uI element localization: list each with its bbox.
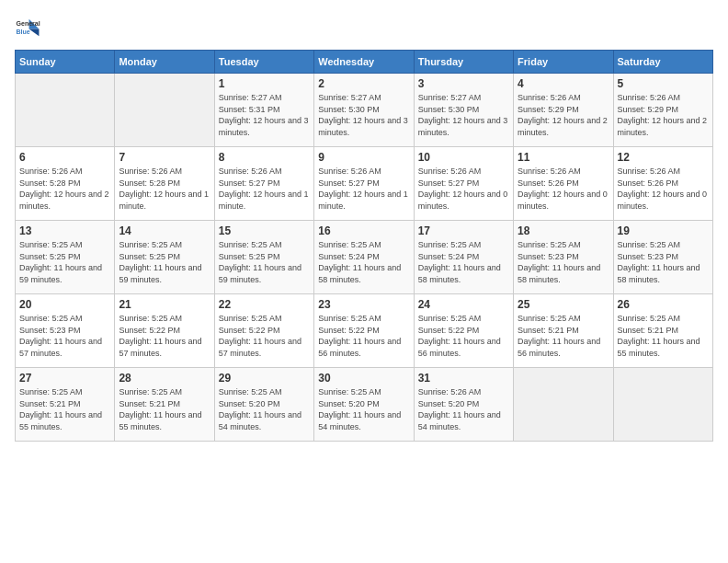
- cell-info: Sunrise: 5:25 AM Sunset: 5:23 PM Dayligh…: [618, 239, 709, 285]
- cell-date: 13: [19, 224, 110, 237]
- cell-info: Sunrise: 5:25 AM Sunset: 5:22 PM Dayligh…: [219, 313, 310, 359]
- header-cell-tuesday: Tuesday: [214, 51, 313, 74]
- calendar-cell: 18Sunrise: 5:25 AM Sunset: 5:23 PM Dayli…: [514, 221, 613, 294]
- cell-date: 24: [418, 298, 509, 311]
- calendar-body: 1Sunrise: 5:27 AM Sunset: 5:31 PM Daylig…: [16, 74, 713, 442]
- cell-date: 10: [418, 151, 509, 164]
- calendar-cell: [613, 368, 712, 442]
- calendar-cell: 12Sunrise: 5:26 AM Sunset: 5:26 PM Dayli…: [613, 147, 712, 221]
- calendar-cell: 13Sunrise: 5:25 AM Sunset: 5:25 PM Dayli…: [16, 221, 115, 294]
- cell-info: Sunrise: 5:26 AM Sunset: 5:29 PM Dayligh…: [618, 92, 709, 138]
- calendar-week-2: 6Sunrise: 5:26 AM Sunset: 5:28 PM Daylig…: [16, 147, 713, 221]
- cell-date: 18: [518, 224, 609, 237]
- calendar-cell: 26Sunrise: 5:25 AM Sunset: 5:21 PM Dayli…: [613, 294, 712, 368]
- cell-date: 5: [618, 77, 709, 90]
- cell-date: 11: [518, 151, 609, 164]
- cell-date: 27: [19, 372, 110, 385]
- cell-info: Sunrise: 5:25 AM Sunset: 5:21 PM Dayligh…: [19, 386, 110, 432]
- cell-date: 6: [19, 151, 110, 164]
- calendar-cell: 11Sunrise: 5:26 AM Sunset: 5:26 PM Dayli…: [514, 147, 613, 221]
- cell-date: 26: [618, 298, 709, 311]
- cell-date: 2: [318, 77, 409, 90]
- cell-info: Sunrise: 5:25 AM Sunset: 5:24 PM Dayligh…: [318, 239, 409, 285]
- cell-date: 8: [219, 151, 310, 164]
- calendar-cell: 6Sunrise: 5:26 AM Sunset: 5:28 PM Daylig…: [16, 147, 115, 221]
- svg-text:General: General: [17, 20, 40, 27]
- calendar-cell: 22Sunrise: 5:25 AM Sunset: 5:22 PM Dayli…: [214, 294, 313, 368]
- cell-date: 20: [19, 298, 110, 311]
- cell-info: Sunrise: 5:26 AM Sunset: 5:20 PM Dayligh…: [418, 386, 509, 432]
- cell-date: 15: [219, 224, 310, 237]
- cell-date: 3: [418, 77, 509, 90]
- calendar-cell: [115, 74, 214, 147]
- cell-info: Sunrise: 5:25 AM Sunset: 5:21 PM Dayligh…: [518, 313, 609, 359]
- calendar-cell: 10Sunrise: 5:26 AM Sunset: 5:27 PM Dayli…: [414, 147, 513, 221]
- cell-date: 28: [119, 372, 210, 385]
- cell-info: Sunrise: 5:26 AM Sunset: 5:28 PM Dayligh…: [119, 166, 210, 212]
- cell-date: 31: [418, 372, 509, 385]
- cell-info: Sunrise: 5:25 AM Sunset: 5:20 PM Dayligh…: [219, 386, 310, 432]
- cell-date: 4: [518, 77, 609, 90]
- cell-date: 9: [318, 151, 409, 164]
- cell-info: Sunrise: 5:25 AM Sunset: 5:23 PM Dayligh…: [19, 313, 110, 359]
- header-cell-friday: Friday: [514, 51, 613, 74]
- cell-info: Sunrise: 5:25 AM Sunset: 5:21 PM Dayligh…: [119, 386, 210, 432]
- calendar-week-3: 13Sunrise: 5:25 AM Sunset: 5:25 PM Dayli…: [16, 221, 713, 294]
- logo-icon: General Blue: [15, 15, 40, 40]
- calendar-cell: [16, 74, 115, 147]
- calendar-table: SundayMondayTuesdayWednesdayThursdayFrid…: [15, 50, 713, 442]
- header-cell-monday: Monday: [115, 51, 214, 74]
- cell-info: Sunrise: 5:26 AM Sunset: 5:26 PM Dayligh…: [518, 166, 609, 212]
- cell-date: 19: [618, 224, 709, 237]
- calendar-cell: 4Sunrise: 5:26 AM Sunset: 5:29 PM Daylig…: [514, 74, 613, 147]
- cell-info: Sunrise: 5:26 AM Sunset: 5:28 PM Dayligh…: [19, 166, 110, 212]
- cell-date: 16: [318, 224, 409, 237]
- header-row: SundayMondayTuesdayWednesdayThursdayFrid…: [16, 51, 713, 74]
- calendar-cell: 8Sunrise: 5:26 AM Sunset: 5:27 PM Daylig…: [214, 147, 313, 221]
- calendar-cell: 16Sunrise: 5:25 AM Sunset: 5:24 PM Dayli…: [314, 221, 414, 294]
- calendar-cell: 3Sunrise: 5:27 AM Sunset: 5:30 PM Daylig…: [414, 74, 513, 147]
- logo: General Blue: [15, 15, 40, 40]
- calendar-cell: 23Sunrise: 5:25 AM Sunset: 5:22 PM Dayli…: [314, 294, 414, 368]
- cell-date: 30: [318, 372, 409, 385]
- calendar-cell: 25Sunrise: 5:25 AM Sunset: 5:21 PM Dayli…: [514, 294, 613, 368]
- header-cell-thursday: Thursday: [414, 51, 513, 74]
- cell-date: 29: [219, 372, 310, 385]
- calendar-cell: 24Sunrise: 5:25 AM Sunset: 5:22 PM Dayli…: [414, 294, 513, 368]
- calendar-cell: 2Sunrise: 5:27 AM Sunset: 5:30 PM Daylig…: [314, 74, 414, 147]
- cell-date: 1: [219, 77, 310, 90]
- cell-info: Sunrise: 5:26 AM Sunset: 5:26 PM Dayligh…: [618, 166, 709, 212]
- calendar-cell: 28Sunrise: 5:25 AM Sunset: 5:21 PM Dayli…: [115, 368, 214, 442]
- cell-info: Sunrise: 5:27 AM Sunset: 5:30 PM Dayligh…: [318, 92, 409, 138]
- calendar-cell: 1Sunrise: 5:27 AM Sunset: 5:31 PM Daylig…: [214, 74, 313, 147]
- header: General Blue: [15, 15, 713, 40]
- calendar-cell: 27Sunrise: 5:25 AM Sunset: 5:21 PM Dayli…: [16, 368, 115, 442]
- calendar-week-4: 20Sunrise: 5:25 AM Sunset: 5:23 PM Dayli…: [16, 294, 713, 368]
- calendar-cell: 14Sunrise: 5:25 AM Sunset: 5:25 PM Dayli…: [115, 221, 214, 294]
- cell-info: Sunrise: 5:25 AM Sunset: 5:21 PM Dayligh…: [618, 313, 709, 359]
- calendar-cell: 20Sunrise: 5:25 AM Sunset: 5:23 PM Dayli…: [16, 294, 115, 368]
- header-cell-wednesday: Wednesday: [314, 51, 414, 74]
- header-cell-sunday: Sunday: [16, 51, 115, 74]
- cell-info: Sunrise: 5:25 AM Sunset: 5:22 PM Dayligh…: [119, 313, 210, 359]
- calendar-cell: 29Sunrise: 5:25 AM Sunset: 5:20 PM Dayli…: [214, 368, 313, 442]
- cell-info: Sunrise: 5:26 AM Sunset: 5:27 PM Dayligh…: [219, 166, 310, 212]
- calendar-week-1: 1Sunrise: 5:27 AM Sunset: 5:31 PM Daylig…: [16, 74, 713, 147]
- cell-date: 14: [119, 224, 210, 237]
- cell-info: Sunrise: 5:25 AM Sunset: 5:23 PM Dayligh…: [518, 239, 609, 285]
- svg-text:Blue: Blue: [17, 29, 30, 35]
- calendar-cell: 30Sunrise: 5:25 AM Sunset: 5:20 PM Dayli…: [314, 368, 414, 442]
- calendar-cell: 15Sunrise: 5:25 AM Sunset: 5:25 PM Dayli…: [214, 221, 313, 294]
- header-cell-saturday: Saturday: [613, 51, 712, 74]
- cell-info: Sunrise: 5:25 AM Sunset: 5:25 PM Dayligh…: [19, 239, 110, 285]
- cell-info: Sunrise: 5:25 AM Sunset: 5:25 PM Dayligh…: [219, 239, 310, 285]
- calendar-cell: 21Sunrise: 5:25 AM Sunset: 5:22 PM Dayli…: [115, 294, 214, 368]
- calendar-cell: 31Sunrise: 5:26 AM Sunset: 5:20 PM Dayli…: [414, 368, 513, 442]
- cell-info: Sunrise: 5:25 AM Sunset: 5:22 PM Dayligh…: [318, 313, 409, 359]
- cell-date: 23: [318, 298, 409, 311]
- calendar-cell: 17Sunrise: 5:25 AM Sunset: 5:24 PM Dayli…: [414, 221, 513, 294]
- calendar-cell: 7Sunrise: 5:26 AM Sunset: 5:28 PM Daylig…: [115, 147, 214, 221]
- cell-info: Sunrise: 5:27 AM Sunset: 5:31 PM Dayligh…: [219, 92, 310, 138]
- cell-date: 7: [119, 151, 210, 164]
- cell-info: Sunrise: 5:25 AM Sunset: 5:25 PM Dayligh…: [119, 239, 210, 285]
